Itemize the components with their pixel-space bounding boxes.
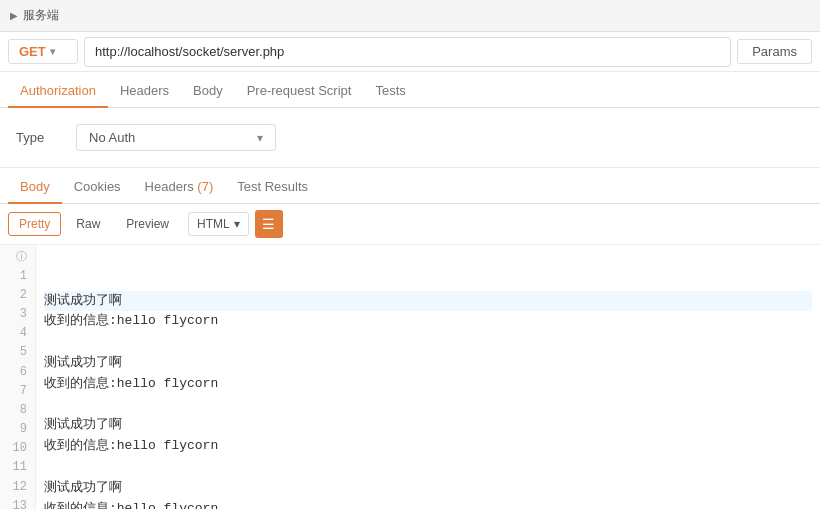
line-number: 13 xyxy=(4,497,27,509)
method-chevron-icon: ▾ xyxy=(50,46,55,57)
res-tab-test-results[interactable]: Test Results xyxy=(225,171,320,204)
code-line: 测试成功了啊 xyxy=(44,478,812,499)
line-number: 12 xyxy=(4,478,27,497)
format-value: HTML xyxy=(197,217,230,231)
auth-type-value: No Auth xyxy=(89,130,135,145)
code-line: 测试成功了啊 xyxy=(44,353,812,374)
line-numbers: ⓘ 12345678910111213141516 xyxy=(0,245,36,509)
code-area: ⓘ 12345678910111213141516 测试成功了啊收到的信息:he… xyxy=(0,245,820,509)
code-line: 测试成功了啊 xyxy=(44,415,812,436)
format-bar: Pretty Raw Preview HTML ▾ ☰ xyxy=(0,204,820,245)
info-icon: ⓘ xyxy=(4,249,27,267)
tab-authorization[interactable]: Authorization xyxy=(8,75,108,108)
top-bar-arrow-icon: ▶ xyxy=(10,10,18,21)
code-line xyxy=(44,457,812,478)
res-tab-cookies[interactable]: Cookies xyxy=(62,171,133,204)
pretty-button[interactable]: Pretty xyxy=(8,212,61,236)
code-line xyxy=(44,332,812,353)
code-line: 收到的信息:hello flycorn xyxy=(44,374,812,395)
request-tabs: Authorization Headers Body Pre-request S… xyxy=(0,72,820,108)
format-chevron-icon: ▾ xyxy=(234,217,240,231)
line-number: 10 xyxy=(4,439,27,458)
preview-button[interactable]: Preview xyxy=(115,212,180,236)
method-button[interactable]: GET ▾ xyxy=(8,39,78,64)
res-tab-body[interactable]: Body xyxy=(8,171,62,204)
line-number: 1 xyxy=(4,267,27,286)
wrap-lines-icon: ☰ xyxy=(262,216,275,232)
url-input[interactable] xyxy=(84,37,731,67)
line-number: 6 xyxy=(4,363,27,382)
url-bar: GET ▾ Params xyxy=(0,32,820,72)
wrap-icon[interactable]: ☰ xyxy=(255,210,283,238)
line-number: 9 xyxy=(4,420,27,439)
line-number: 8 xyxy=(4,401,27,420)
tab-pre-request-script[interactable]: Pre-request Script xyxy=(235,75,364,108)
code-content: 测试成功了啊收到的信息:hello flycorn测试成功了啊收到的信息:hel… xyxy=(36,245,820,509)
top-bar-label: 服务端 xyxy=(23,7,59,24)
line-number: 7 xyxy=(4,382,27,401)
auth-type-select[interactable]: No Auth ▾ xyxy=(76,124,276,151)
line-number: 5 xyxy=(4,343,27,362)
code-line: 测试成功了啊 xyxy=(44,291,812,312)
headers-badge: (7) xyxy=(194,179,214,194)
auth-type-label: Type xyxy=(16,130,56,145)
tab-headers[interactable]: Headers xyxy=(108,75,181,108)
raw-button[interactable]: Raw xyxy=(65,212,111,236)
format-select[interactable]: HTML ▾ xyxy=(188,212,249,236)
line-number: 11 xyxy=(4,458,27,477)
code-line: 收到的信息:hello flycorn xyxy=(44,499,812,509)
code-line xyxy=(44,395,812,416)
line-number: 2 xyxy=(4,286,27,305)
res-tab-headers[interactable]: Headers (7) xyxy=(133,171,226,204)
line-number: 4 xyxy=(4,324,27,343)
top-bar: ▶ 服务端 xyxy=(0,0,820,32)
code-line: 收到的信息:hello flycorn xyxy=(44,436,812,457)
line-number: 3 xyxy=(4,305,27,324)
method-label: GET xyxy=(19,44,46,59)
params-button[interactable]: Params xyxy=(737,39,812,64)
auth-chevron-icon: ▾ xyxy=(257,131,263,145)
tab-body[interactable]: Body xyxy=(181,75,235,108)
auth-section: Type No Auth ▾ xyxy=(0,108,820,168)
response-tabs: Body Cookies Headers (7) Test Results xyxy=(0,168,820,204)
tab-tests[interactable]: Tests xyxy=(363,75,417,108)
code-line: 收到的信息:hello flycorn xyxy=(44,311,812,332)
